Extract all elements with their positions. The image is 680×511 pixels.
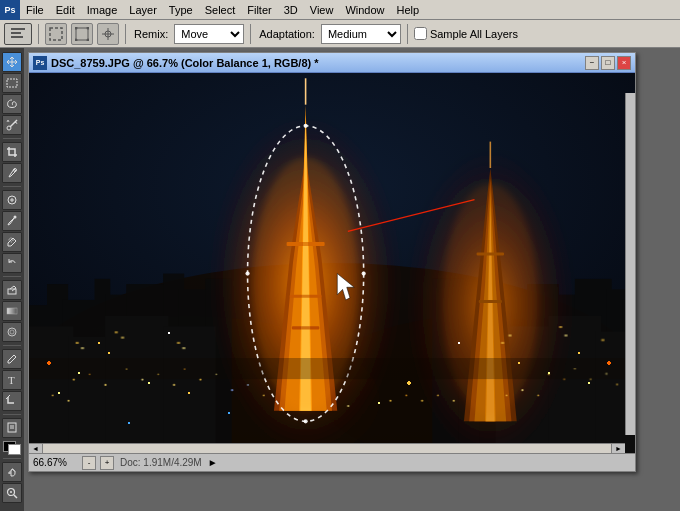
tool-pen[interactable] [2,349,22,369]
tool-separator-5 [3,414,21,415]
svg-point-7 [75,38,78,41]
tool-magic-wand[interactable] [2,115,22,135]
menu-image[interactable]: Image [81,2,124,18]
document-window: Ps DSC_8759.JPG @ 66.7% (Color Balance 1… [28,52,636,472]
tool-crop[interactable] [2,142,22,162]
zoom-level: 66.67% [33,457,78,468]
tool-separator-4 [3,345,21,346]
doc-info-label: Doc: 1.91M/4.29M [118,457,204,468]
svg-point-24 [10,330,14,334]
svg-rect-21 [8,289,16,294]
tool-history-brush[interactable] [2,253,22,273]
doc-ps-icon: Ps [33,56,47,70]
svg-rect-0 [11,28,25,30]
transform-icon[interactable] [97,23,119,45]
remix-dropdown[interactable]: Move Extend Surround [174,24,244,44]
show-transform-icon[interactable] [71,23,93,45]
svg-point-6 [87,27,90,30]
tool-gradient[interactable] [2,301,22,321]
menu-select[interactable]: Select [199,2,242,18]
city-background [29,73,635,453]
photo-canvas [29,73,635,453]
horizontal-scrollbar[interactable]: ◄ ► [29,443,625,453]
tool-notes[interactable] [2,418,22,438]
zoom-out-btn[interactable]: - [82,456,96,470]
remix-label: Remix: [132,28,170,40]
menu-filter[interactable]: Filter [241,2,277,18]
status-bar: 66.67% - + Doc: 1.91M/4.29M ► [29,453,635,471]
tool-blur[interactable] [2,322,22,342]
auto-select-icon[interactable] [45,23,67,45]
tool-separator-2 [3,186,21,187]
separator-3 [250,24,251,44]
sample-all-layers-label: Sample All Layers [430,28,518,40]
document-titlebar: Ps DSC_8759.JPG @ 66.7% (Color Balance 1… [29,53,635,73]
svg-rect-12 [7,79,17,87]
vertical-scrollbar[interactable] [625,93,635,435]
tool-separator-6 [3,458,21,459]
svg-point-14 [7,126,11,130]
svg-point-5 [75,27,78,30]
menu-type[interactable]: Type [163,2,199,18]
svg-rect-1 [11,32,21,34]
content-area: Ps DSC_8759.JPG @ 66.7% (Color Balance 1… [24,48,680,511]
options-bar: Remix: Move Extend Surround Adaptation: … [0,20,680,48]
zoom-in-btn[interactable]: + [100,456,114,470]
svg-line-32 [14,495,17,498]
scroll-right-btn[interactable]: ► [611,444,625,454]
menu-view[interactable]: View [304,2,340,18]
separator-2 [125,24,126,44]
adaptation-dropdown[interactable]: Medium Loose Strict [321,24,401,44]
tool-separator-1 [3,138,21,139]
main-layout: T Ps DSC_8759.JPG @ 66.7% (Color Bala [0,48,680,511]
tool-healing[interactable] [2,190,22,210]
svg-rect-22 [7,308,17,314]
svg-rect-3 [50,28,62,40]
photoshop-icon: Ps [0,0,20,20]
menu-window[interactable]: Window [339,2,390,18]
svg-rect-4 [76,28,88,40]
menu-layer[interactable]: Layer [123,2,163,18]
menu-bar: Ps File Edit Image Layer Type Select Fil… [0,0,680,20]
separator-1 [38,24,39,44]
tool-eyedropper[interactable] [2,163,22,183]
menu-3d[interactable]: 3D [278,2,304,18]
tool-selection-rect[interactable] [2,73,22,93]
svg-line-13 [10,120,17,127]
svg-point-19 [14,216,17,219]
tool-zoom[interactable] [2,483,22,503]
tool-eraser[interactable] [2,280,22,300]
tool-lasso[interactable] [2,94,22,114]
svg-point-23 [8,328,16,336]
tool-preset-picker[interactable] [4,23,32,45]
toolbar: T [0,48,24,511]
status-arrow[interactable]: ► [208,457,218,468]
tool-move[interactable] [2,52,22,72]
scroll-left-btn[interactable]: ◄ [29,444,43,454]
menu-edit[interactable]: Edit [50,2,81,18]
minimize-button[interactable]: − [585,56,599,70]
tool-path-select[interactable] [2,391,22,411]
menu-file[interactable]: File [20,2,50,18]
svg-rect-2 [11,36,23,38]
close-button[interactable]: × [617,56,631,70]
menu-help[interactable]: Help [391,2,426,18]
svg-point-8 [87,38,90,41]
restore-button[interactable]: □ [601,56,615,70]
canvas-area[interactable] [29,73,635,453]
foreground-background-colors[interactable] [3,441,21,455]
separator-4 [407,24,408,44]
adaptation-label: Adaptation: [257,28,317,40]
document-title: DSC_8759.JPG @ 66.7% (Color Balance 1, R… [51,57,583,69]
svg-text:T: T [8,374,15,386]
tool-brush[interactable] [2,211,22,231]
tool-clone-stamp[interactable] [2,232,22,252]
background-color[interactable] [8,444,21,455]
tool-hand[interactable] [2,462,22,482]
sample-all-layers-wrap: Sample All Layers [414,27,518,40]
tool-text[interactable]: T [2,370,22,390]
sample-all-layers-checkbox[interactable] [414,27,427,40]
tool-separator-3 [3,276,21,277]
